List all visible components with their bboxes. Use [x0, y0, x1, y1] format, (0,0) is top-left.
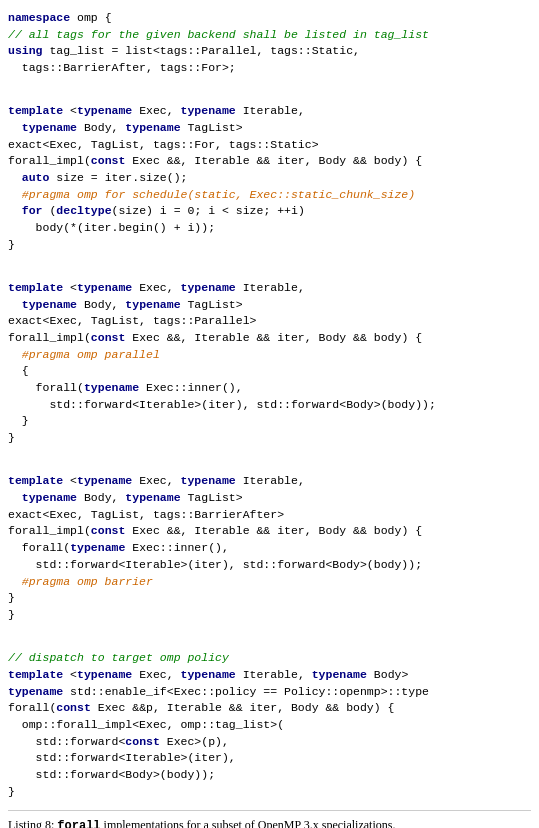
template-block-3: template <typename Exec, typename Iterab…: [8, 457, 531, 624]
pragma-1: #pragma omp for schedule(static, Exec::s…: [8, 188, 415, 201]
kw-template-1: template: [8, 104, 63, 117]
dispatch-block: // dispatch to target omp policy templat…: [8, 634, 531, 801]
pragma-3: #pragma omp barrier: [8, 575, 153, 588]
pragma-2: #pragma omp parallel: [8, 348, 160, 361]
caption-code: forall: [57, 819, 100, 828]
template-block-1: template <typename Exec, typename Iterab…: [8, 87, 531, 254]
template-block-2: template <typename Exec, typename Iterab…: [8, 263, 531, 446]
code-container: namespace omp { // all tags for the give…: [8, 10, 531, 800]
kw-template-3: template: [8, 474, 63, 487]
listing-caption: Listing 8: forall implementations for a …: [8, 810, 531, 828]
kw-using: using: [8, 44, 43, 57]
kw-template-2: template: [8, 281, 63, 294]
caption-label: Listing 8:: [8, 818, 54, 828]
comment-dispatch: // dispatch to target omp policy: [8, 651, 229, 664]
comment-tag-list: // all tags for the given backend shall …: [8, 28, 429, 41]
kw-template-4: template: [8, 668, 63, 681]
namespace-block: namespace omp { // all tags for the give…: [8, 10, 531, 77]
kw-namespace: namespace: [8, 11, 70, 24]
caption-description: implementations for a subset of OpenMP 3…: [104, 818, 396, 828]
